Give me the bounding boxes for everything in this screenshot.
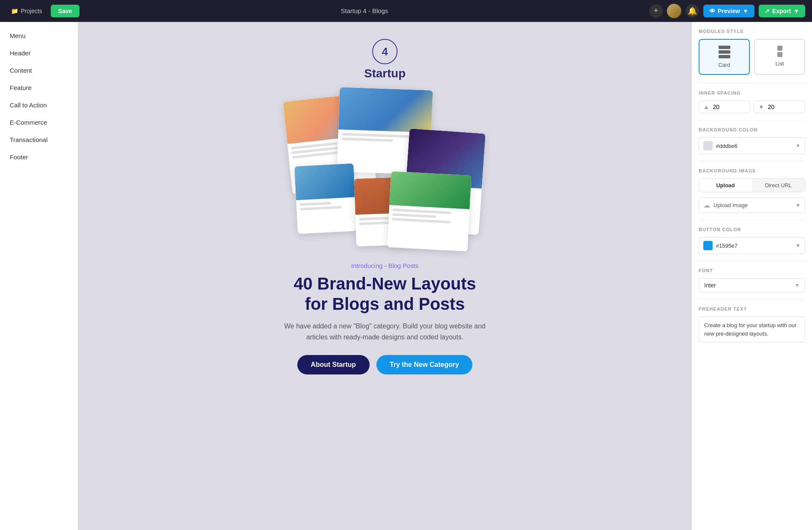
right-sidebar: Modules Style Card List Inner Spacing: [691, 22, 812, 530]
left-sidebar: Menu Header Content Feature Call to Acti…: [0, 22, 78, 530]
eye-icon: 👁: [709, 8, 715, 14]
divider-5: [699, 261, 805, 261]
save-button[interactable]: Save: [51, 5, 80, 17]
preview-label: Preview: [718, 8, 740, 14]
blog-card-image-2: [338, 87, 433, 133]
modules-style-label: Modules Style: [699, 29, 805, 34]
background-color-label: Background Color: [699, 127, 805, 132]
spacing-down-control[interactable]: ▼: [754, 101, 805, 113]
card-line: [341, 137, 393, 142]
background-color-value: #dddbe6: [716, 143, 796, 149]
canvas-content: 4 Startup: [182, 22, 588, 400]
background-color-picker[interactable]: #dddbe6 ▼: [699, 137, 805, 154]
spacing-up-input[interactable]: [711, 104, 728, 110]
try-category-button[interactable]: Try the New Category: [376, 355, 473, 374]
topbar-left: 📁 Projects Save: [7, 5, 80, 17]
avatar-image: [667, 4, 681, 18]
font-value: Inter: [704, 282, 795, 289]
divider-3: [699, 161, 805, 161]
module-style-options: Card List: [699, 39, 805, 75]
spacing-down-input[interactable]: [766, 104, 783, 110]
sidebar-item-menu[interactable]: Menu: [0, 27, 78, 44]
main-layout: Menu Header Content Feature Call to Acti…: [0, 22, 812, 530]
divider-2: [699, 120, 805, 120]
button-color-picker[interactable]: #1595e7 ▼: [699, 237, 805, 254]
logo-number: 4: [382, 45, 388, 58]
upload-image-label: Upload Image: [713, 202, 796, 208]
preview-chevron-icon: ▼: [743, 8, 749, 14]
projects-label: Projects: [21, 8, 42, 14]
bg-tab-direct-url[interactable]: Direct URL: [752, 179, 805, 192]
folder-icon: 📁: [11, 8, 18, 14]
background-color-swatch: [703, 141, 713, 150]
hero-subtitle: We have added a new "Blog" category. Bui…: [275, 321, 495, 342]
blog-collage: [288, 89, 482, 249]
list-label: List: [775, 60, 784, 67]
style-option-list[interactable]: List: [754, 39, 805, 75]
card-line: [392, 218, 451, 223]
card-label: Card: [718, 62, 730, 68]
hero-buttons: About Startup Try the New Category: [297, 355, 472, 374]
divider-4: [699, 220, 805, 220]
preheader-text-area[interactable]: Create a blog for your startup with our …: [699, 317, 805, 342]
blog-card-6: [387, 171, 471, 251]
blog-card-image-4: [294, 163, 355, 200]
font-select[interactable]: Inter ▼: [699, 278, 805, 292]
card-line: [300, 202, 332, 206]
export-label: Export: [772, 8, 791, 14]
export-chevron-icon: ▼: [793, 8, 799, 14]
notifications-icon[interactable]: 🔔: [686, 4, 699, 18]
hero-title: 40 Brand-New Layouts for Blogs and Posts: [294, 273, 476, 314]
list-layout-icon: [777, 46, 782, 57]
startup-name: Startup: [364, 67, 406, 80]
introducing-text: Introducing - Blog Posts: [351, 262, 418, 269]
topbar: 📁 Projects Save Startup 4 - Blogs + 🔔 👁 …: [0, 0, 812, 22]
card-line: [342, 133, 411, 138]
sidebar-item-call-to-action[interactable]: Call to Action: [0, 96, 78, 114]
projects-button[interactable]: 📁 Projects: [7, 5, 47, 17]
arrow-down-icon[interactable]: ▼: [758, 104, 764, 110]
font-label: Font: [699, 268, 805, 273]
blog-card-content-6: [388, 205, 469, 230]
inner-spacing-label: Inner Spacing: [699, 90, 805, 96]
spacing-row: ▲ ▼: [699, 101, 805, 113]
button-color-label: Button Color: [699, 227, 805, 232]
sidebar-item-ecommerce[interactable]: E-Commerce: [0, 114, 78, 131]
sidebar-item-footer[interactable]: Footer: [0, 148, 78, 166]
blog-card-content-4: [296, 197, 356, 216]
add-button[interactable]: +: [649, 4, 663, 18]
sidebar-item-feature[interactable]: Feature: [0, 79, 78, 96]
color-dropdown-arrow-icon: ▼: [796, 143, 801, 149]
divider-6: [699, 299, 805, 300]
logo-circle: 4: [372, 39, 398, 64]
spacing-up-control[interactable]: ▲: [699, 101, 750, 113]
card-line: [300, 206, 342, 210]
about-startup-button[interactable]: About Startup: [297, 355, 370, 374]
preheader-label: Preheader Text: [699, 306, 805, 311]
upload-icon: ☁: [703, 201, 710, 209]
blog-card-4: [294, 163, 357, 234]
card-layout-icon: [719, 46, 730, 58]
upload-dropdown-arrow-icon: ▼: [796, 202, 801, 208]
button-color-swatch: [703, 241, 713, 250]
export-arrow-icon: ↗: [765, 8, 770, 14]
style-option-card[interactable]: Card: [699, 39, 750, 75]
button-color-value: #1595e7: [716, 243, 796, 249]
sidebar-item-content[interactable]: Content: [0, 62, 78, 79]
background-image-label: Background Image: [699, 168, 805, 173]
preview-button[interactable]: 👁 Preview ▼: [703, 5, 754, 17]
topbar-right: + 🔔 👁 Preview ▼ ↗ Export ▼: [649, 4, 805, 18]
preheader-text: Create a blog for your startup with our …: [704, 322, 796, 337]
sidebar-item-header[interactable]: Header: [0, 44, 78, 62]
bg-tab-upload[interactable]: Upload: [699, 179, 752, 192]
upload-image-row[interactable]: ☁ Upload Image ▼: [699, 197, 805, 213]
blog-card-image-6: [390, 171, 472, 209]
divider-1: [699, 83, 805, 84]
avatar[interactable]: [667, 4, 681, 18]
sidebar-item-transactional[interactable]: Transactional: [0, 131, 78, 148]
arrow-up-icon[interactable]: ▲: [703, 104, 709, 110]
export-button[interactable]: ↗ Export ▼: [759, 5, 805, 17]
btn-color-dropdown-arrow-icon: ▼: [796, 243, 801, 249]
hero-title-line1: 40 Brand-New Layouts: [294, 274, 476, 293]
startup-logo: 4 Startup: [364, 39, 406, 80]
